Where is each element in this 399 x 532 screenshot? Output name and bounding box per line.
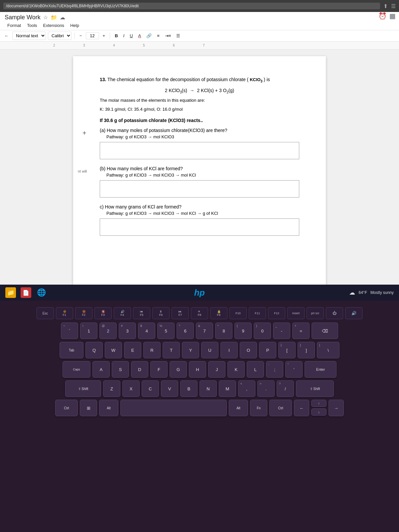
key-s[interactable]: S [112, 361, 129, 378]
key-d[interactable]: D [131, 361, 148, 378]
key-f1[interactable]: 🔅F1 [56, 307, 73, 319]
key-1[interactable]: !1 [80, 323, 97, 339]
key-f9[interactable]: 🔒F9 [210, 307, 227, 319]
key-b[interactable]: B [180, 380, 198, 397]
back-arrow[interactable]: ← [3, 32, 10, 39]
key-backspace[interactable]: ⌫ [312, 323, 338, 339]
key-2[interactable]: @2 [99, 323, 117, 339]
folder-icon[interactable]: 📁 [51, 14, 57, 21]
key-u[interactable]: U [201, 342, 218, 358]
minus-btn[interactable]: − [78, 32, 84, 39]
key-esc[interactable]: Esc [37, 307, 54, 319]
url-bar[interactable]: /document/d/1KWoB0hrXolu7UEKbq4f8LBMHfpj… [3, 3, 380, 9]
answer-box-a[interactable] [100, 142, 299, 159]
key-f6[interactable]: ⏸F6 [152, 307, 170, 319]
key-up[interactable]: ↑ [311, 400, 327, 407]
list-btn[interactable]: ☰ [175, 32, 182, 39]
key-3[interactable]: #3 [119, 323, 136, 339]
underline-btn[interactable]: U [128, 32, 134, 39]
cloud-icon[interactable]: ☁ [60, 14, 65, 21]
indent-btn[interactable]: ⇥≡ [163, 32, 173, 39]
key-capslock[interactable]: Caps [63, 361, 90, 378]
key-prtscr[interactable]: prt scr [307, 307, 324, 319]
align-btn[interactable]: ≡ [155, 32, 161, 39]
key-period[interactable]: >. [257, 380, 275, 397]
answer-box-b[interactable] [100, 180, 299, 198]
menu-help[interactable]: Help [67, 22, 82, 29]
key-left[interactable]: ← [294, 400, 309, 416]
key-fn[interactable]: Fn [250, 400, 267, 416]
key-right[interactable]: → [329, 400, 344, 416]
menu-icon[interactable]: ☰ [391, 3, 396, 9]
key-win[interactable]: ⊞ [80, 400, 97, 416]
doc-title[interactable]: Sample Work [5, 14, 41, 21]
key-lctrl[interactable]: Ctrl [55, 400, 78, 416]
key-f10[interactable]: F10 [229, 307, 247, 319]
font-select[interactable]: Calibri [48, 32, 71, 40]
key-j[interactable]: J [208, 361, 225, 378]
key-g[interactable]: G [170, 361, 187, 378]
key-k[interactable]: K [227, 361, 245, 378]
folder-icon-2[interactable]: 📄 [21, 287, 31, 298]
menu-extensions[interactable]: Extensions [41, 22, 67, 29]
key-z[interactable]: Z [103, 380, 120, 397]
key-q[interactable]: Q [85, 342, 103, 358]
grid-icon[interactable]: ▦ [389, 12, 396, 20]
key-tilde[interactable]: ~` [61, 323, 78, 339]
key-volume[interactable]: 🔊 [345, 307, 362, 319]
key-7[interactable]: &7 [196, 323, 213, 339]
key-down[interactable]: ↓ [311, 408, 327, 416]
key-a[interactable]: A [92, 361, 110, 378]
key-i[interactable]: I [220, 342, 238, 358]
style-select[interactable]: Normal text [12, 32, 46, 40]
key-lalt[interactable]: Alt [99, 400, 118, 416]
account-icon[interactable]: ⏰ [378, 12, 387, 20]
answer-box-c[interactable] [100, 218, 299, 236]
browser-icon[interactable]: 🌐 [36, 287, 47, 298]
key-r[interactable]: R [143, 342, 161, 358]
key-lshift[interactable]: ⇧ Shift [65, 380, 101, 397]
key-insert[interactable]: insert [287, 307, 305, 319]
key-f7[interactable]: ⏭F7 [172, 307, 189, 319]
key-5[interactable]: %5 [157, 323, 175, 339]
key-c[interactable]: C [142, 380, 159, 397]
star-icon[interactable]: ☆ [43, 14, 48, 21]
key-slash[interactable]: ?/ [277, 380, 294, 397]
key-semicolon[interactable]: :; [266, 361, 283, 378]
key-f11[interactable]: F11 [249, 307, 266, 319]
key-f12[interactable]: F12 [268, 307, 285, 319]
key-n[interactable]: N [200, 380, 217, 397]
key-l[interactable]: L [247, 361, 264, 378]
key-tab[interactable]: Tab [60, 342, 83, 358]
key-ralt[interactable]: Alt [229, 400, 248, 416]
plus-btn[interactable]: + [101, 32, 107, 39]
bold-btn[interactable]: B [113, 32, 119, 39]
key-equals[interactable]: += [292, 323, 310, 339]
key-rshift[interactable]: ⇧ Shift [296, 380, 334, 397]
menu-tools[interactable]: Tools [24, 22, 40, 29]
key-f4[interactable]: 🔊F4 [114, 307, 131, 319]
font-size-box[interactable]: 12 [86, 32, 99, 39]
color-btn[interactable]: A [137, 32, 143, 39]
key-x[interactable]: X [122, 380, 140, 397]
key-y[interactable]: Y [182, 342, 199, 358]
key-4[interactable]: $4 [138, 323, 155, 339]
key-minus[interactable]: _- [273, 323, 290, 339]
key-t[interactable]: T [163, 342, 180, 358]
key-o[interactable]: O [240, 342, 257, 358]
key-9[interactable]: (9 [234, 323, 252, 339]
key-rctrl[interactable]: Ctrl [269, 400, 292, 416]
key-h[interactable]: H [189, 361, 206, 378]
key-f8[interactable]: ✈F8 [191, 307, 208, 319]
key-w[interactable]: W [105, 342, 122, 358]
key-power[interactable]: ⏻ [326, 307, 343, 319]
key-f2[interactable]: 🔆F2 [75, 307, 92, 319]
key-comma[interactable]: <, [238, 380, 255, 397]
key-e[interactable]: E [124, 342, 141, 358]
key-v[interactable]: V [161, 380, 178, 397]
key-f3[interactable]: 🔇F3 [94, 307, 112, 319]
key-f[interactable]: F [150, 361, 168, 378]
italic-btn[interactable]: I [122, 32, 126, 39]
key-6[interactable]: ^6 [177, 323, 194, 339]
key-rbracket[interactable]: }] [298, 342, 315, 358]
